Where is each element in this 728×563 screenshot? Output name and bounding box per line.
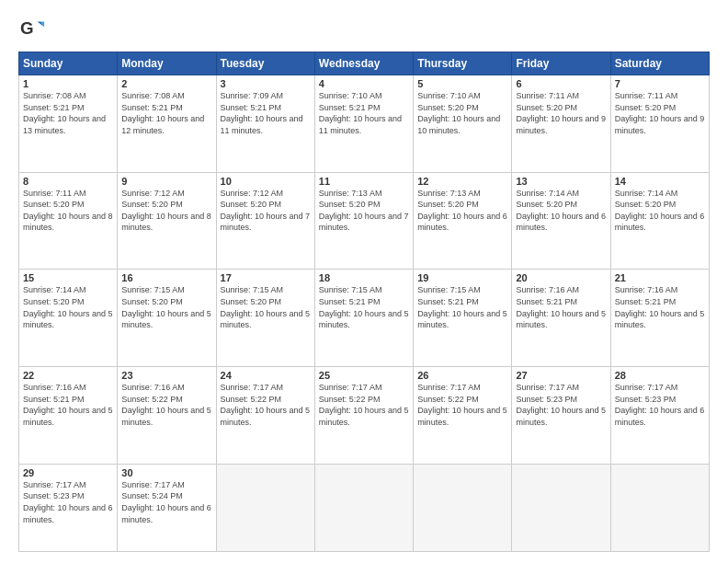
day-number: 21 [615,272,705,283]
day-number: 28 [615,370,705,381]
day-number: 26 [417,370,507,381]
day-info: Sunrise: 7:14 AMSunset: 5:20 PMDaylight:… [516,189,606,233]
day-number: 8 [23,176,113,187]
day-cell: 21 Sunrise: 7:16 AMSunset: 5:21 PMDaylig… [610,270,709,367]
day-info: Sunrise: 7:10 AMSunset: 5:21 PMDaylight:… [319,91,402,135]
day-info: Sunrise: 7:13 AMSunset: 5:20 PMDaylight:… [417,189,507,233]
day-cell: 25 Sunrise: 7:17 AMSunset: 5:22 PMDaylig… [314,367,413,465]
day-number: 30 [121,467,211,478]
day-cell: 12 Sunrise: 7:13 AMSunset: 5:20 PMDaylig… [414,172,512,270]
day-number: 11 [319,176,409,187]
day-info: Sunrise: 7:16 AMSunset: 5:21 PMDaylight:… [23,383,113,427]
day-cell: 9 Sunrise: 7:12 AMSunset: 5:20 PMDayligh… [118,172,216,270]
day-info: Sunrise: 7:17 AMSunset: 5:23 PMDaylight:… [23,480,113,524]
day-info: Sunrise: 7:10 AMSunset: 5:20 PMDaylight:… [417,91,500,135]
day-cell: 28 Sunrise: 7:17 AMSunset: 5:23 PMDaylig… [610,367,709,465]
day-number: 19 [417,272,507,283]
day-info: Sunrise: 7:09 AMSunset: 5:21 PMDaylight:… [221,91,303,135]
day-info: Sunrise: 7:17 AMSunset: 5:23 PMDaylight:… [516,383,606,427]
day-cell: 24 Sunrise: 7:17 AMSunset: 5:22 PMDaylig… [216,367,314,465]
day-info: Sunrise: 7:16 AMSunset: 5:21 PMDaylight:… [516,285,606,329]
day-cell [610,464,709,551]
day-cell: 4 Sunrise: 7:10 AMSunset: 5:21 PMDayligh… [314,75,413,173]
calendar-table: Sunday Monday Tuesday Wednesday Thursday… [18,52,710,552]
day-info: Sunrise: 7:15 AMSunset: 5:20 PMDaylight:… [221,285,311,329]
day-cell [216,464,314,551]
day-number: 3 [221,78,311,89]
day-number: 5 [417,78,507,89]
logo: G [18,15,50,42]
day-cell [512,464,610,551]
day-cell: 10 Sunrise: 7:12 AMSunset: 5:20 PMDaylig… [216,172,314,270]
day-cell: 5 Sunrise: 7:10 AMSunset: 5:20 PMDayligh… [414,75,512,173]
day-number: 22 [23,370,113,381]
day-number: 25 [319,370,409,381]
col-friday: Friday [512,52,610,75]
day-info: Sunrise: 7:17 AMSunset: 5:24 PMDaylight:… [121,480,211,524]
day-number: 20 [516,272,606,283]
day-cell: 19 Sunrise: 7:15 AMSunset: 5:21 PMDaylig… [414,270,512,367]
day-info: Sunrise: 7:16 AMSunset: 5:22 PMDaylight:… [121,383,211,427]
day-number: 17 [221,272,311,283]
col-wednesday: Wednesday [314,52,413,75]
day-info: Sunrise: 7:08 AMSunset: 5:21 PMDaylight:… [121,91,204,135]
day-number: 12 [417,176,507,187]
day-number: 23 [121,370,211,381]
day-cell [314,464,413,551]
week-row-3: 15 Sunrise: 7:14 AMSunset: 5:20 PMDaylig… [19,270,710,367]
day-number: 15 [23,272,113,283]
col-tuesday: Tuesday [216,52,314,75]
day-number: 7 [615,78,705,89]
day-info: Sunrise: 7:13 AMSunset: 5:20 PMDaylight:… [319,189,409,233]
day-info: Sunrise: 7:12 AMSunset: 5:20 PMDaylight:… [221,189,311,233]
day-cell: 11 Sunrise: 7:13 AMSunset: 5:20 PMDaylig… [314,172,413,270]
col-saturday: Saturday [610,52,709,75]
day-info: Sunrise: 7:11 AMSunset: 5:20 PMDaylight:… [23,189,113,233]
header: G [18,15,710,42]
day-info: Sunrise: 7:15 AMSunset: 5:21 PMDaylight:… [319,285,409,329]
day-number: 18 [319,272,409,283]
week-row-2: 8 Sunrise: 7:11 AMSunset: 5:20 PMDayligh… [19,172,710,270]
day-number: 6 [516,78,606,89]
logo-icon: G [18,15,46,42]
day-cell: 13 Sunrise: 7:14 AMSunset: 5:20 PMDaylig… [512,172,610,270]
day-cell: 18 Sunrise: 7:15 AMSunset: 5:21 PMDaylig… [314,270,413,367]
day-info: Sunrise: 7:17 AMSunset: 5:22 PMDaylight:… [417,383,507,427]
day-cell: 20 Sunrise: 7:16 AMSunset: 5:21 PMDaylig… [512,270,610,367]
day-cell: 3 Sunrise: 7:09 AMSunset: 5:21 PMDayligh… [216,75,314,173]
col-sunday: Sunday [19,52,118,75]
day-number: 10 [221,176,311,187]
day-number: 1 [23,78,113,89]
day-number: 2 [121,78,211,89]
day-cell: 6 Sunrise: 7:11 AMSunset: 5:20 PMDayligh… [512,75,610,173]
day-number: 16 [121,272,211,283]
day-info: Sunrise: 7:16 AMSunset: 5:21 PMDaylight:… [615,285,705,329]
col-thursday: Thursday [414,52,512,75]
day-info: Sunrise: 7:14 AMSunset: 5:20 PMDaylight:… [615,189,705,233]
day-info: Sunrise: 7:17 AMSunset: 5:23 PMDaylight:… [615,383,705,427]
day-number: 24 [221,370,311,381]
day-cell: 2 Sunrise: 7:08 AMSunset: 5:21 PMDayligh… [118,75,216,173]
week-row-1: 1 Sunrise: 7:08 AMSunset: 5:21 PMDayligh… [19,75,710,173]
day-cell: 8 Sunrise: 7:11 AMSunset: 5:20 PMDayligh… [19,172,118,270]
header-row: Sunday Monday Tuesday Wednesday Thursday… [19,52,710,75]
week-row-5: 29 Sunrise: 7:17 AMSunset: 5:23 PMDaylig… [19,464,710,551]
day-info: Sunrise: 7:11 AMSunset: 5:20 PMDaylight:… [516,91,606,135]
col-monday: Monday [118,52,216,75]
day-number: 14 [615,176,705,187]
day-info: Sunrise: 7:15 AMSunset: 5:20 PMDaylight:… [121,285,211,329]
day-number: 9 [121,176,211,187]
day-info: Sunrise: 7:15 AMSunset: 5:21 PMDaylight:… [417,285,507,329]
day-cell [414,464,512,551]
day-info: Sunrise: 7:17 AMSunset: 5:22 PMDaylight:… [319,383,409,427]
day-cell: 26 Sunrise: 7:17 AMSunset: 5:22 PMDaylig… [414,367,512,465]
day-cell: 15 Sunrise: 7:14 AMSunset: 5:20 PMDaylig… [19,270,118,367]
svg-text:G: G [20,18,34,38]
day-cell: 16 Sunrise: 7:15 AMSunset: 5:20 PMDaylig… [118,270,216,367]
day-number: 4 [319,78,409,89]
day-info: Sunrise: 7:17 AMSunset: 5:22 PMDaylight:… [221,383,311,427]
day-number: 13 [516,176,606,187]
week-row-4: 22 Sunrise: 7:16 AMSunset: 5:21 PMDaylig… [19,367,710,465]
day-info: Sunrise: 7:12 AMSunset: 5:20 PMDaylight:… [121,189,211,233]
day-cell: 30 Sunrise: 7:17 AMSunset: 5:24 PMDaylig… [118,464,216,551]
